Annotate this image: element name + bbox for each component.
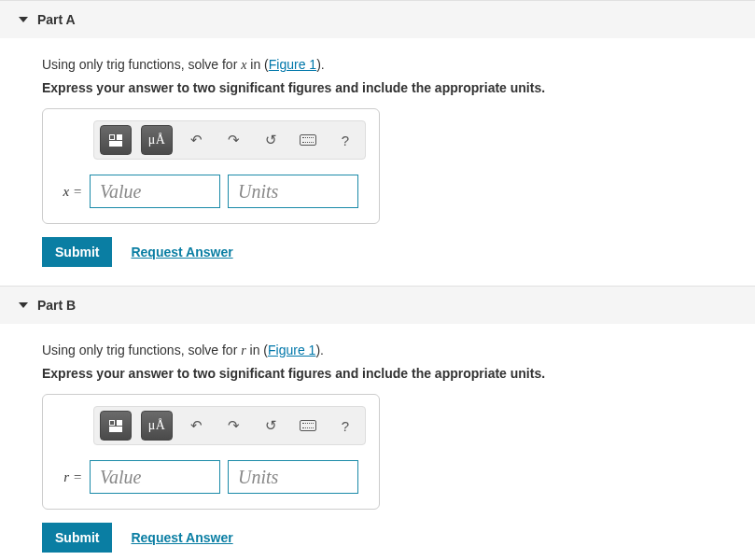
submit-button[interactable]: Submit <box>42 523 112 553</box>
redo-button[interactable]: ↷ <box>219 126 247 154</box>
units-input[interactable] <box>228 175 358 208</box>
part-title: Part A <box>37 12 76 27</box>
instr-prefix: Using only trig functions, solve for <box>42 343 241 357</box>
figure-link[interactable]: Figure 1 <box>269 57 316 72</box>
units-input[interactable] <box>228 460 358 494</box>
template-picker-button[interactable] <box>100 125 132 155</box>
undo-button[interactable]: ↶ <box>182 126 210 154</box>
instr-suffix: ). <box>316 57 325 72</box>
undo-button[interactable]: ↶ <box>182 412 210 440</box>
actions-row: Submit Request Answer <box>42 523 736 553</box>
equation-label: x = <box>56 184 82 200</box>
value-input[interactable] <box>90 460 220 494</box>
part-b-body: Using only trig functions, solve for r i… <box>0 324 755 560</box>
answer-box: μÅ ↶ ↷ ↺ ? x = <box>42 108 380 224</box>
template-picker-button[interactable] <box>100 411 132 441</box>
help-button[interactable]: ? <box>331 412 359 440</box>
collapse-icon <box>19 17 28 22</box>
toolbar: μÅ ↶ ↷ ↺ ? <box>93 406 366 445</box>
request-answer-link[interactable]: Request Answer <box>131 245 232 259</box>
hint-text: Express your answer to two significant f… <box>42 80 736 95</box>
instr-suffix: ). <box>315 343 324 357</box>
hint-text: Express your answer to two significant f… <box>42 366 736 381</box>
keyboard-icon <box>300 134 316 146</box>
submit-button[interactable]: Submit <box>42 237 112 267</box>
input-row: x = <box>56 175 366 208</box>
collapse-icon <box>19 302 28 308</box>
reset-button[interactable]: ↺ <box>257 126 285 154</box>
reset-button[interactable]: ↺ <box>257 412 285 440</box>
toolbar: μÅ ↶ ↷ ↺ ? <box>93 120 366 160</box>
part-a-body: Using only trig functions, solve for x i… <box>0 38 755 286</box>
equation-label: r = <box>56 469 82 485</box>
units-symbols-button[interactable]: μÅ <box>141 125 173 155</box>
keyboard-button[interactable] <box>294 412 322 440</box>
part-b-header[interactable]: Part B <box>0 286 755 324</box>
value-input[interactable] <box>90 175 220 208</box>
instr-mid: in ( <box>246 343 268 357</box>
part-title: Part B <box>37 298 76 313</box>
actions-row: Submit Request Answer <box>42 237 736 267</box>
redo-button[interactable]: ↷ <box>219 412 247 440</box>
part-a-header[interactable]: Part A <box>0 0 755 38</box>
request-answer-link[interactable]: Request Answer <box>131 530 232 545</box>
instr-prefix: Using only trig functions, solve for <box>42 57 241 72</box>
answer-box: μÅ ↶ ↷ ↺ ? r = <box>42 394 380 510</box>
input-row: r = <box>56 460 366 494</box>
keyboard-icon <box>300 420 316 431</box>
keyboard-button[interactable] <box>294 126 322 154</box>
help-button[interactable]: ? <box>331 126 359 154</box>
instruction-text: Using only trig functions, solve for r i… <box>42 343 736 358</box>
instruction-text: Using only trig functions, solve for x i… <box>42 57 736 73</box>
units-symbols-button[interactable]: μÅ <box>141 411 173 441</box>
instr-mid: in ( <box>246 57 268 72</box>
figure-link[interactable]: Figure 1 <box>268 343 315 357</box>
